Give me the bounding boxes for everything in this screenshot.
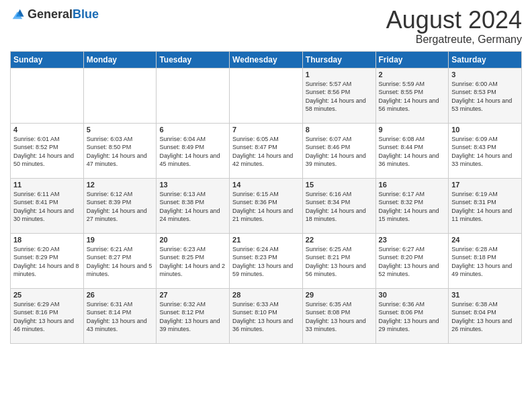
calendar-cell: 9Sunrise: 6:08 AM Sunset: 8:44 PM Daylig… xyxy=(375,123,449,178)
day-number: 16 xyxy=(379,181,446,189)
cell-content: Sunrise: 6:07 AM Sunset: 8:46 PM Dayligh… xyxy=(306,135,373,169)
cell-content: Sunrise: 6:31 AM Sunset: 8:14 PM Dayligh… xyxy=(87,300,154,334)
col-monday: Monday xyxy=(83,51,157,68)
calendar-table: Sunday Monday Tuesday Wednesday Thursday… xyxy=(10,51,522,344)
day-number: 20 xyxy=(159,236,226,244)
calendar-cell: 14Sunrise: 6:15 AM Sunset: 8:36 PM Dayli… xyxy=(230,178,303,233)
calendar-cell: 25Sunrise: 6:29 AM Sunset: 8:16 PM Dayli… xyxy=(11,288,84,343)
day-number: 17 xyxy=(451,181,519,189)
cell-content: Sunrise: 6:04 AM Sunset: 8:49 PM Dayligh… xyxy=(159,135,226,169)
calendar-cell: 30Sunrise: 6:36 AM Sunset: 8:06 PM Dayli… xyxy=(375,288,449,343)
calendar-cell: 19Sunrise: 6:21 AM Sunset: 8:27 PM Dayli… xyxy=(83,233,157,288)
cell-content: Sunrise: 5:59 AM Sunset: 8:55 PM Dayligh… xyxy=(379,80,446,113)
col-sunday: Sunday xyxy=(11,51,84,68)
day-number: 25 xyxy=(13,291,81,299)
cell-content: Sunrise: 6:25 AM Sunset: 8:21 PM Dayligh… xyxy=(306,245,373,279)
col-wednesday: Wednesday xyxy=(230,51,303,68)
day-number: 2 xyxy=(379,71,446,79)
logo: GeneralBlue xyxy=(10,7,99,21)
day-number: 10 xyxy=(451,126,519,134)
day-number: 9 xyxy=(379,126,446,134)
cell-content: Sunrise: 6:32 AM Sunset: 8:12 PM Dayligh… xyxy=(159,300,226,334)
cell-content: Sunrise: 6:20 AM Sunset: 8:29 PM Dayligh… xyxy=(13,245,81,279)
header-row: Sunday Monday Tuesday Wednesday Thursday… xyxy=(11,51,522,68)
day-number: 18 xyxy=(13,236,81,244)
col-tuesday: Tuesday xyxy=(157,51,230,68)
col-friday: Friday xyxy=(375,51,449,68)
day-number: 4 xyxy=(13,126,81,134)
calendar-cell: 16Sunrise: 6:17 AM Sunset: 8:32 PM Dayli… xyxy=(375,178,449,233)
day-number: 3 xyxy=(451,71,519,79)
cell-content: Sunrise: 6:27 AM Sunset: 8:20 PM Dayligh… xyxy=(379,245,446,279)
calendar-cell: 20Sunrise: 6:23 AM Sunset: 8:25 PM Dayli… xyxy=(157,233,230,288)
col-thursday: Thursday xyxy=(302,51,375,68)
calendar-cell: 2Sunrise: 5:59 AM Sunset: 8:55 PM Daylig… xyxy=(375,68,449,123)
day-number: 1 xyxy=(306,71,373,79)
cell-content: Sunrise: 6:28 AM Sunset: 8:18 PM Dayligh… xyxy=(451,245,519,279)
cell-content: Sunrise: 6:29 AM Sunset: 8:16 PM Dayligh… xyxy=(13,300,81,334)
day-number: 8 xyxy=(306,126,373,134)
calendar-cell: 8Sunrise: 6:07 AM Sunset: 8:46 PM Daylig… xyxy=(302,123,375,178)
calendar-cell: 15Sunrise: 6:16 AM Sunset: 8:34 PM Dayli… xyxy=(302,178,375,233)
day-number: 31 xyxy=(451,291,519,299)
cell-content: Sunrise: 6:12 AM Sunset: 8:39 PM Dayligh… xyxy=(87,190,154,224)
calendar-cell: 18Sunrise: 6:20 AM Sunset: 8:29 PM Dayli… xyxy=(11,233,84,288)
day-number: 19 xyxy=(87,236,154,244)
calendar-cell: 23Sunrise: 6:27 AM Sunset: 8:20 PM Dayli… xyxy=(375,233,449,288)
day-number: 30 xyxy=(379,291,446,299)
calendar-cell xyxy=(11,68,84,123)
calendar-header: Sunday Monday Tuesday Wednesday Thursday… xyxy=(11,51,522,68)
month-title: August 2024 xyxy=(386,7,522,34)
calendar-cell: 22Sunrise: 6:25 AM Sunset: 8:21 PM Dayli… xyxy=(302,233,375,288)
cell-content: Sunrise: 6:13 AM Sunset: 8:38 PM Dayligh… xyxy=(159,190,226,224)
day-number: 7 xyxy=(232,126,300,134)
day-number: 5 xyxy=(87,126,154,134)
calendar-cell: 31Sunrise: 6:38 AM Sunset: 8:04 PM Dayli… xyxy=(449,288,522,343)
cell-content: Sunrise: 6:23 AM Sunset: 8:25 PM Dayligh… xyxy=(159,245,226,279)
cell-content: Sunrise: 6:08 AM Sunset: 8:44 PM Dayligh… xyxy=(379,135,446,169)
calendar-cell: 21Sunrise: 6:24 AM Sunset: 8:23 PM Dayli… xyxy=(230,233,303,288)
calendar-cell xyxy=(83,68,157,123)
logo-icon xyxy=(10,7,25,21)
calendar-cell xyxy=(157,68,230,123)
calendar-cell: 3Sunrise: 6:00 AM Sunset: 8:53 PM Daylig… xyxy=(449,68,522,123)
day-number: 26 xyxy=(87,291,154,299)
cell-content: Sunrise: 6:03 AM Sunset: 8:50 PM Dayligh… xyxy=(87,135,154,169)
cell-content: Sunrise: 6:38 AM Sunset: 8:04 PM Dayligh… xyxy=(451,300,519,334)
calendar-cell: 5Sunrise: 6:03 AM Sunset: 8:50 PM Daylig… xyxy=(83,123,157,178)
day-number: 14 xyxy=(232,181,300,189)
day-number: 6 xyxy=(159,126,226,134)
cell-content: Sunrise: 5:57 AM Sunset: 8:56 PM Dayligh… xyxy=(306,80,373,113)
calendar-cell: 26Sunrise: 6:31 AM Sunset: 8:14 PM Dayli… xyxy=(83,288,157,343)
cell-content: Sunrise: 6:11 AM Sunset: 8:41 PM Dayligh… xyxy=(13,190,81,224)
col-saturday: Saturday xyxy=(449,51,522,68)
day-number: 29 xyxy=(306,291,373,299)
cell-content: Sunrise: 6:35 AM Sunset: 8:08 PM Dayligh… xyxy=(306,300,373,334)
day-number: 27 xyxy=(159,291,226,299)
calendar-cell: 6Sunrise: 6:04 AM Sunset: 8:49 PM Daylig… xyxy=(157,123,230,178)
page-container: GeneralBlue August 2024 Bergatreute, Ger… xyxy=(0,0,532,351)
calendar-cell: 17Sunrise: 6:19 AM Sunset: 8:31 PM Dayli… xyxy=(449,178,522,233)
cell-content: Sunrise: 6:09 AM Sunset: 8:43 PM Dayligh… xyxy=(451,135,519,169)
cell-content: Sunrise: 6:21 AM Sunset: 8:27 PM Dayligh… xyxy=(87,245,154,279)
calendar-week-4: 18Sunrise: 6:20 AM Sunset: 8:29 PM Dayli… xyxy=(11,233,522,288)
header: GeneralBlue August 2024 Bergatreute, Ger… xyxy=(10,7,522,46)
logo-text: GeneralBlue xyxy=(28,7,99,21)
cell-content: Sunrise: 6:16 AM Sunset: 8:34 PM Dayligh… xyxy=(306,190,373,224)
calendar-cell: 27Sunrise: 6:32 AM Sunset: 8:12 PM Dayli… xyxy=(157,288,230,343)
day-number: 23 xyxy=(379,236,446,244)
title-area: August 2024 Bergatreute, Germany xyxy=(386,7,522,46)
day-number: 11 xyxy=(13,181,81,189)
calendar-cell: 10Sunrise: 6:09 AM Sunset: 8:43 PM Dayli… xyxy=(449,123,522,178)
calendar-week-2: 4Sunrise: 6:01 AM Sunset: 8:52 PM Daylig… xyxy=(11,123,522,178)
calendar-cell: 13Sunrise: 6:13 AM Sunset: 8:38 PM Dayli… xyxy=(157,178,230,233)
cell-content: Sunrise: 6:17 AM Sunset: 8:32 PM Dayligh… xyxy=(379,190,446,224)
location-title: Bergatreute, Germany xyxy=(386,34,522,46)
calendar-cell: 7Sunrise: 6:05 AM Sunset: 8:47 PM Daylig… xyxy=(230,123,303,178)
day-number: 15 xyxy=(306,181,373,189)
cell-content: Sunrise: 6:33 AM Sunset: 8:10 PM Dayligh… xyxy=(232,300,300,334)
day-number: 21 xyxy=(232,236,300,244)
calendar-cell: 4Sunrise: 6:01 AM Sunset: 8:52 PM Daylig… xyxy=(11,123,84,178)
logo-general: General xyxy=(28,7,73,21)
cell-content: Sunrise: 6:05 AM Sunset: 8:47 PM Dayligh… xyxy=(232,135,300,169)
